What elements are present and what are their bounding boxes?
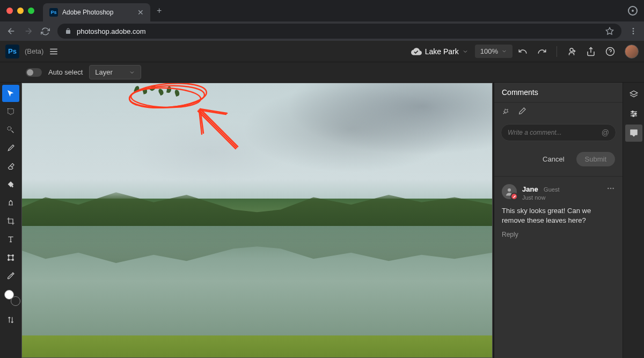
tab-title: Adobe Photoshop: [62, 9, 133, 16]
svg-point-24: [610, 188, 612, 189]
zoom-value: 100%: [480, 47, 498, 55]
window-close[interactable]: [6, 8, 13, 14]
svg-point-17: [8, 259, 10, 261]
redo-icon[interactable]: [537, 47, 547, 56]
nav-forward-icon[interactable]: [24, 26, 33, 36]
draw-tool-icon[interactable]: [518, 107, 526, 115]
cancel-button[interactable]: Cancel: [536, 152, 570, 166]
svg-point-13: [8, 127, 11, 130]
comment-input[interactable]: @: [501, 124, 616, 141]
transform-tool[interactable]: [2, 249, 19, 266]
selection-brush-tool[interactable]: [2, 121, 19, 138]
move-tool[interactable]: [2, 85, 19, 102]
comment-actions: Cancel Submit: [494, 145, 623, 176]
auto-select-toggle[interactable]: [26, 68, 42, 77]
comment-header: Jane Guest Just now: [502, 184, 615, 201]
type-tool[interactable]: [2, 231, 19, 248]
document-title-dropdown[interactable]: Lake Park: [411, 46, 469, 57]
comment-avatar: [502, 184, 517, 199]
beta-label: (Beta): [25, 47, 43, 55]
app-header: Ps (Beta) Lake Park 100%: [0, 41, 644, 62]
clone-stamp-tool[interactable]: [2, 194, 19, 211]
tab-close-icon[interactable]: ✕: [137, 8, 144, 17]
browser-menu-icon[interactable]: [629, 27, 638, 35]
document-name: Lake Park: [425, 47, 459, 56]
foreground-color[interactable]: [4, 290, 14, 299]
help-icon[interactable]: [605, 47, 615, 56]
svg-point-3: [633, 33, 634, 34]
comment-text-field[interactable]: [508, 129, 602, 136]
svg-marker-0: [606, 27, 613, 34]
chevron-down-icon: [501, 48, 507, 54]
svg-point-25: [612, 188, 614, 189]
canvas-grass: [22, 335, 492, 357]
comment-meta: Jane Guest Just now: [522, 184, 601, 201]
svg-point-31: [632, 115, 634, 116]
user-avatar[interactable]: [625, 45, 639, 59]
fill-tool[interactable]: [2, 176, 19, 193]
app-logo-icon[interactable]: Ps: [5, 45, 19, 59]
window-maximize[interactable]: [28, 8, 34, 14]
bookmark-star-icon[interactable]: [605, 27, 614, 35]
svg-point-22: [508, 188, 511, 192]
lock-icon: [65, 28, 71, 34]
tool-options-bar: Auto select Layer: [0, 62, 644, 83]
annotation-badge-icon: [510, 193, 518, 200]
window-minimize[interactable]: [17, 8, 24, 14]
comment-input-row: @: [494, 120, 623, 145]
browser-address-bar: photoshop.adobe.com: [0, 21, 644, 41]
svg-point-7: [570, 48, 573, 52]
canvas-sky: [22, 83, 492, 199]
svg-point-27: [632, 111, 633, 113]
svg-point-1: [633, 28, 634, 30]
browser-tab[interactable]: Ps Adobe Photoshop ✕: [43, 3, 150, 21]
nav-reload-icon[interactable]: [41, 27, 50, 36]
share-icon[interactable]: [586, 47, 596, 56]
comment-time: Just now: [522, 194, 601, 201]
svg-point-2: [633, 31, 634, 32]
main-area: Comments @ Cancel Submit: [0, 83, 644, 358]
right-rail: [623, 83, 644, 358]
swap-orientation-tool[interactable]: [2, 311, 19, 328]
lasso-tool[interactable]: [2, 103, 19, 120]
brush-tool[interactable]: [2, 140, 19, 157]
canvas-leaves: [129, 83, 194, 97]
left-toolbar: [0, 83, 21, 358]
canvas[interactable]: [21, 83, 493, 358]
undo-icon[interactable]: [518, 47, 528, 56]
svg-point-29: [634, 113, 636, 115]
eraser-tool[interactable]: [2, 158, 19, 175]
comment-role: Guest: [544, 186, 559, 193]
comment-item[interactable]: Jane Guest Just now This sky looks great…: [494, 176, 623, 246]
chevron-down-icon: [462, 48, 469, 55]
comment-author: Jane: [522, 185, 538, 193]
panel-title: Comments: [494, 83, 623, 103]
url-text: photoshop.adobe.com: [77, 27, 600, 35]
comment-more-icon[interactable]: [606, 184, 615, 193]
invite-icon[interactable]: [567, 47, 576, 56]
reply-button[interactable]: Reply: [502, 231, 615, 238]
mention-icon[interactable]: @: [602, 128, 609, 137]
target-select-dropdown[interactable]: Layer: [89, 65, 141, 79]
pin-tool-icon[interactable]: [502, 107, 510, 115]
new-tab-button[interactable]: +: [157, 6, 162, 16]
window-controls: [6, 8, 34, 14]
nav-back-icon[interactable]: [6, 26, 16, 36]
svg-point-16: [12, 255, 14, 257]
properties-panel-icon[interactable]: [625, 105, 642, 122]
layers-panel-icon[interactable]: [625, 86, 642, 103]
url-input[interactable]: photoshop.adobe.com: [57, 24, 621, 39]
eyedropper-tool[interactable]: [2, 267, 19, 284]
color-swatch[interactable]: [4, 290, 17, 303]
zoom-dropdown[interactable]: 100%: [475, 45, 513, 58]
browser-account-icon[interactable]: [628, 6, 638, 16]
auto-select-label: Auto select: [48, 68, 83, 76]
favicon-ps-icon: Ps: [49, 8, 58, 17]
comments-panel-icon[interactable]: [625, 125, 642, 142]
submit-button: Submit: [576, 152, 615, 166]
crop-tool[interactable]: [2, 213, 19, 230]
cloud-synced-icon: [411, 46, 422, 57]
divider: [557, 46, 557, 57]
hamburger-menu-icon[interactable]: [49, 47, 58, 56]
svg-point-15: [8, 255, 10, 257]
